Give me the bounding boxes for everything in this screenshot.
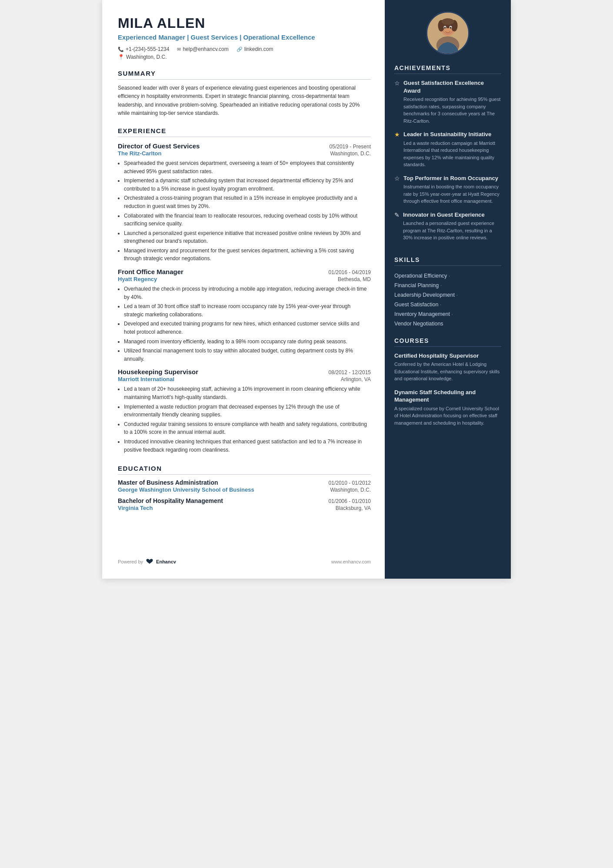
brand-name: Enhancv	[156, 559, 176, 564]
summary-section: SUMMARY Seasoned leader with over 8 year…	[118, 70, 371, 117]
job-2-company: Hyatt Regency	[118, 276, 157, 282]
skill-dot: ·	[439, 282, 442, 288]
skill-2-label: Financial Planning	[394, 282, 439, 288]
achievement-item-2: ★ Leader in Sustainability Initiative Le…	[394, 131, 501, 168]
job-1-bullets: Spearheaded the guest services departmen…	[118, 159, 371, 263]
right-column: ACHIEVEMENTS ☆ Guest Satisfaction Excell…	[385, 0, 511, 579]
ach-3-desc: Instrumental in boosting the room occupa…	[403, 183, 501, 205]
summary-title: SUMMARY	[118, 70, 371, 80]
summary-text: Seasoned leader with over 8 years of exp…	[118, 84, 371, 117]
edu-1-school: George Washington University School of B…	[118, 486, 254, 493]
list-item: Implemented a dynamic staff scheduling s…	[124, 177, 371, 193]
resume-page: MILA ALLEN Experienced Manager | Guest S…	[102, 0, 511, 579]
list-item: Developed and executed training programs…	[124, 320, 371, 336]
edu-1-date: 01/2010 - 01/2012	[329, 480, 371, 486]
skill-4-label: Guest Satisfaction	[394, 302, 438, 308]
course-item-2: Dynamic Staff Scheduling and Management …	[394, 389, 501, 427]
skill-3-label: Leadership Development	[394, 292, 455, 298]
location-icon: 📍	[118, 54, 124, 60]
achievement-item-3: ☆ Top Performer in Room Occupancy Instru…	[394, 174, 501, 205]
skill-item-6: Vendor Negotiations	[394, 319, 501, 328]
courses-section: COURSES Certified Hospitality Supervisor…	[394, 337, 501, 433]
svg-point-14	[450, 27, 452, 29]
job-2-location: Bethesda, MD	[338, 276, 371, 282]
list-item: Introduced innovative cleaning technique…	[124, 438, 371, 454]
star-outline-icon: ☆	[394, 80, 400, 124]
list-item: Utilized financial management tools to s…	[124, 347, 371, 363]
list-item: Led a team of 30 front office staff to i…	[124, 302, 371, 318]
contact-row: 📞 +1-(234)-555-1234 ✉ help@enhancv.com 🔗…	[118, 46, 371, 52]
edu-2-degree: Bachelor of Hospitality Management	[118, 497, 223, 504]
ach-2-desc: Led a waste reduction campaign at Marrio…	[403, 140, 501, 168]
job-1: Director of Guest Services 05/2019 - Pre…	[118, 142, 371, 263]
job-1-location: Washington, D.C.	[330, 151, 371, 157]
course-1-desc: Conferred by the American Hotel & Lodgin…	[394, 361, 501, 382]
list-item: Managed inventory and procurement for th…	[124, 247, 371, 263]
ach-4-desc: Launched a personalized guest experience…	[403, 220, 501, 241]
skill-item-5: Inventory Management ·	[394, 309, 501, 319]
job-1-title: Director of Guest Services	[118, 142, 200, 150]
skill-item-2: Financial Planning ·	[394, 281, 501, 290]
location-value: Washington, D.C.	[126, 54, 167, 60]
skill-dot: ·	[447, 273, 450, 279]
job-2-title: Front Office Manager	[118, 268, 183, 275]
edu-item-2: Bachelor of Hospitality Management 01/20…	[118, 497, 371, 511]
footer-website: www.enhancv.com	[331, 559, 371, 564]
course-2-title: Dynamic Staff Scheduling and Management	[394, 389, 501, 404]
experience-title: EXPERIENCE	[118, 127, 371, 137]
header: MILA ALLEN Experienced Manager | Guest S…	[118, 16, 371, 60]
course-item-1: Certified Hospitality Supervisor Conferr…	[394, 352, 501, 382]
job-3-title: Housekeeping Supervisor	[118, 368, 198, 375]
list-item: Managed room inventory efficiently, lead…	[124, 338, 371, 346]
edu-item-1: Master of Business Administration 01/201…	[118, 479, 371, 493]
skill-dot: ·	[438, 302, 441, 308]
star-outline-icon-2: ☆	[394, 175, 400, 205]
achievement-item-1: ☆ Guest Satisfaction Excellence Award Re…	[394, 79, 501, 124]
svg-point-13	[444, 27, 446, 29]
heart-icon	[145, 559, 154, 565]
linkedin-value: linkedin.com	[244, 46, 273, 52]
linkedin-icon: 🔗	[237, 47, 243, 52]
ach-2-title: Leader in Sustainability Initiative	[403, 131, 501, 138]
skill-item-3: Leadership Development ·	[394, 290, 501, 300]
list-item: Implemented a waste reduction program th…	[124, 403, 371, 419]
footer: Powered by Enhancv www.enhancv.com	[118, 548, 371, 565]
skill-5-label: Inventory Management	[394, 311, 450, 317]
list-item: Spearheaded the guest services departmen…	[124, 159, 371, 175]
svg-point-10	[442, 18, 454, 25]
phone-value: +1-(234)-555-1234	[126, 46, 169, 52]
avatar-wrap	[394, 11, 501, 55]
linkedin-contact: 🔗 linkedin.com	[237, 46, 273, 52]
avatar-image	[427, 13, 468, 54]
skills-title: SKILLS	[394, 256, 501, 266]
job-2: Front Office Manager 01/2016 - 04/2019 H…	[118, 268, 371, 363]
list-item: Collaborated with the financial team to …	[124, 212, 371, 228]
list-item: Led a team of 20+ housekeeping staff, ac…	[124, 385, 371, 401]
phone-contact: 📞 +1-(234)-555-1234	[118, 46, 169, 52]
star-filled-icon: ★	[394, 131, 400, 168]
footer-brand: Powered by Enhancv	[118, 559, 176, 565]
ach-4-title: Innovator in Guest Experience	[403, 211, 501, 219]
job-3-bullets: Led a team of 20+ housekeeping staff, ac…	[118, 385, 371, 454]
powered-by-text: Powered by	[118, 559, 143, 564]
list-item: Orchestrated a cross-training program th…	[124, 194, 371, 210]
achievements-title: ACHIEVEMENTS	[394, 64, 501, 74]
edu-1-location: Washington, D.C.	[330, 487, 371, 493]
list-item: Launched a personalized guest experience…	[124, 229, 371, 245]
job-3: Housekeeping Supervisor 08/2012 - 12/201…	[118, 368, 371, 454]
left-column: MILA ALLEN Experienced Manager | Guest S…	[102, 0, 385, 579]
phone-icon: 📞	[118, 47, 124, 52]
education-title: EDUCATION	[118, 465, 371, 475]
skills-section: SKILLS Operational Efficiency · Financia…	[394, 256, 501, 328]
skill-1-label: Operational Efficiency	[394, 273, 447, 279]
pencil-icon: ✎	[394, 211, 400, 241]
edu-2-date: 01/2006 - 01/2010	[329, 498, 371, 504]
skill-6-label: Vendor Negotiations	[394, 321, 443, 327]
job-1-date: 05/2019 - Present	[330, 144, 371, 150]
skill-item-4: Guest Satisfaction ·	[394, 300, 501, 309]
job-3-location: Arlington, VA	[341, 376, 371, 382]
candidate-name: MILA ALLEN	[118, 16, 371, 31]
edu-2-location: Blacksburg, VA	[336, 505, 371, 511]
email-value: help@enhancv.com	[183, 46, 228, 52]
list-item: Overhauled the check-in process by intro…	[124, 285, 371, 301]
